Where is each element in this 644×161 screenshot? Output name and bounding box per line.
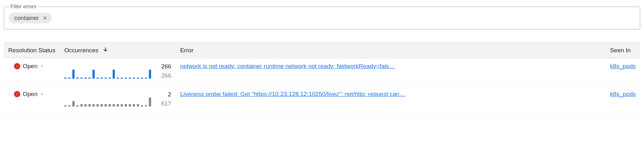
svg-rect-12	[113, 70, 115, 79]
svg-rect-13	[117, 78, 119, 79]
svg-rect-6	[88, 78, 91, 79]
errors-table: Resolution Status Occurrences Error Seen…	[4, 42, 640, 114]
svg-rect-43	[149, 98, 151, 106]
svg-rect-20	[145, 78, 147, 79]
svg-rect-16	[129, 78, 131, 79]
seen-in-link[interactable]: k8s_pods	[610, 89, 636, 98]
svg-rect-21	[149, 70, 151, 79]
filter-legend: Filter errors	[9, 4, 38, 10]
svg-rect-26	[80, 104, 83, 106]
svg-rect-5	[85, 78, 87, 79]
seen-in-link[interactable]: k8s_pods	[610, 61, 636, 70]
status-dropdown[interactable]: Open	[8, 89, 44, 98]
filter-chip[interactable]: container	[9, 13, 52, 23]
status-label: Open	[23, 63, 37, 70]
sparkline-chart	[64, 70, 153, 80]
svg-rect-14	[121, 78, 123, 79]
table-header-row: Resolution Status Occurrences Error Seen…	[4, 42, 640, 58]
svg-rect-28	[88, 104, 91, 106]
svg-rect-4	[80, 78, 83, 79]
svg-rect-11	[109, 78, 111, 79]
svg-rect-3	[76, 78, 79, 79]
svg-rect-17	[133, 78, 135, 79]
error-message-link[interactable]: Liveness probe failed: Get "https://10.2…	[180, 89, 406, 98]
svg-rect-32	[104, 104, 107, 106]
svg-rect-40	[137, 104, 139, 106]
occurrences-total: 617	[161, 99, 171, 108]
svg-rect-31	[100, 104, 103, 106]
svg-rect-8	[97, 78, 99, 79]
filter-errors-fieldset[interactable]: Filter errors container	[4, 4, 640, 29]
table-row: Open 266 266 network is not ready: conta…	[4, 58, 640, 86]
svg-rect-36	[121, 104, 123, 106]
svg-rect-39	[133, 104, 135, 106]
chevron-down-icon	[40, 64, 44, 68]
header-occurrences[interactable]: Occurrences	[60, 42, 176, 58]
occurrences-total: 266	[161, 71, 171, 80]
arrow-down-icon	[102, 46, 109, 54]
svg-rect-1	[68, 78, 71, 79]
svg-rect-38	[129, 104, 131, 106]
occurrences-count: 266	[161, 62, 171, 71]
svg-rect-35	[117, 104, 119, 106]
status-label: Open	[23, 91, 37, 98]
sparkline-chart	[64, 98, 153, 108]
svg-rect-29	[92, 104, 95, 106]
svg-rect-0	[64, 78, 66, 79]
filter-chip-label: container	[14, 15, 39, 22]
svg-rect-9	[100, 78, 103, 79]
svg-rect-19	[141, 78, 143, 79]
error-message-link[interactable]: network is not ready: container runtime …	[180, 61, 395, 70]
table-row: Open 2 617 Liveness probe failed: Get "h…	[4, 86, 640, 114]
close-icon[interactable]	[42, 15, 48, 21]
svg-rect-23	[68, 105, 71, 106]
header-occurrences-label: Occurrences	[64, 47, 98, 54]
svg-rect-41	[141, 105, 143, 106]
header-seen-in[interactable]: Seen In	[606, 42, 640, 58]
svg-rect-2	[72, 70, 74, 79]
error-icon	[14, 63, 20, 69]
svg-rect-18	[137, 78, 139, 79]
svg-rect-7	[92, 70, 95, 79]
header-error[interactable]: Error	[176, 42, 606, 58]
svg-rect-15	[125, 78, 127, 79]
occurrences-count: 2	[168, 90, 171, 99]
svg-rect-37	[125, 104, 127, 106]
header-resolution-status[interactable]: Resolution Status	[4, 42, 60, 58]
svg-rect-33	[109, 104, 111, 106]
svg-rect-25	[76, 105, 79, 106]
error-icon	[14, 91, 20, 97]
svg-rect-30	[97, 104, 99, 106]
chevron-down-icon	[40, 92, 44, 96]
svg-rect-42	[145, 105, 147, 106]
svg-rect-27	[85, 104, 87, 106]
svg-rect-22	[64, 105, 66, 106]
status-dropdown[interactable]: Open	[8, 61, 44, 70]
svg-rect-24	[72, 101, 74, 106]
svg-rect-34	[113, 104, 115, 106]
svg-rect-10	[104, 78, 107, 79]
